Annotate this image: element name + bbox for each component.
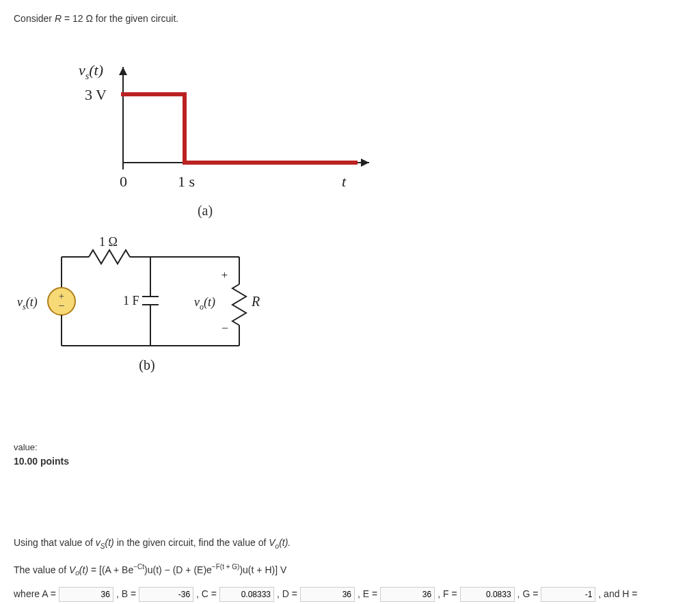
capacitor-label: 1 F — [123, 294, 139, 307]
svg-marker-1 — [361, 159, 369, 167]
source-label: vs(t) — [17, 295, 38, 312]
svg-marker-3 — [119, 67, 127, 75]
resistor-label: 1 Ω — [99, 235, 118, 249]
vo-plus: + — [221, 269, 228, 281]
formula-line: The value of Vo(t) = [(A + Be−Ct)u(t) − … — [14, 562, 686, 578]
graph-a: vs(t) 3 V 0 1 s t — [14, 40, 396, 204]
label-D: , D = — [277, 588, 297, 601]
answer-line: where A = , B = , C = , D = , E = , F = … — [14, 587, 686, 604]
label-E: , E = — [358, 588, 377, 601]
label-F: , F = — [438, 588, 457, 601]
where-label: where A = — [14, 588, 56, 601]
x-tick-1s: 1 s — [178, 173, 195, 190]
input-G[interactable] — [541, 587, 595, 602]
circuit-b: + − 1 Ω 1 F vs(t) + vo(t) − R (b) — [14, 230, 308, 380]
figure-a-caption: (a) — [14, 201, 396, 220]
y-axis-label: vs(t) — [79, 61, 103, 81]
figure-area: vs(t) 3 V 0 1 s t (a) + − 1 Ω 1 F v — [14, 33, 424, 400]
value-label: value: — [14, 441, 686, 454]
vo-label: vo(t) — [194, 295, 215, 312]
label-H: , and H = — [598, 588, 637, 601]
input-A[interactable] — [59, 587, 113, 602]
input-F[interactable] — [460, 587, 515, 602]
y-tick-3v: 3 V — [85, 86, 107, 103]
x-axis-label: t — [342, 173, 347, 190]
prompt-text: Consider R = 12 Ω for the given circuit. — [14, 12, 686, 26]
R-label: R — [251, 294, 260, 309]
value-block: value: 10.00 points — [14, 441, 686, 469]
input-E[interactable] — [380, 587, 435, 602]
input-D[interactable] — [300, 587, 355, 602]
input-C[interactable] — [219, 587, 274, 602]
x-tick-0: 0 — [120, 173, 127, 190]
question-block: Using that value of vS(t) in the given c… — [14, 536, 686, 604]
label-C: , C = — [196, 588, 217, 601]
value-points: 10.00 points — [14, 455, 686, 469]
label-B: , B = — [116, 588, 136, 601]
question-text: Using that value of vS(t) in the given c… — [14, 536, 686, 551]
figure-b-caption: (b) — [139, 357, 154, 373]
vo-minus: − — [221, 321, 228, 335]
svg-text:−: − — [58, 300, 64, 312]
label-G: , G = — [517, 588, 539, 601]
input-B[interactable] — [139, 587, 193, 602]
